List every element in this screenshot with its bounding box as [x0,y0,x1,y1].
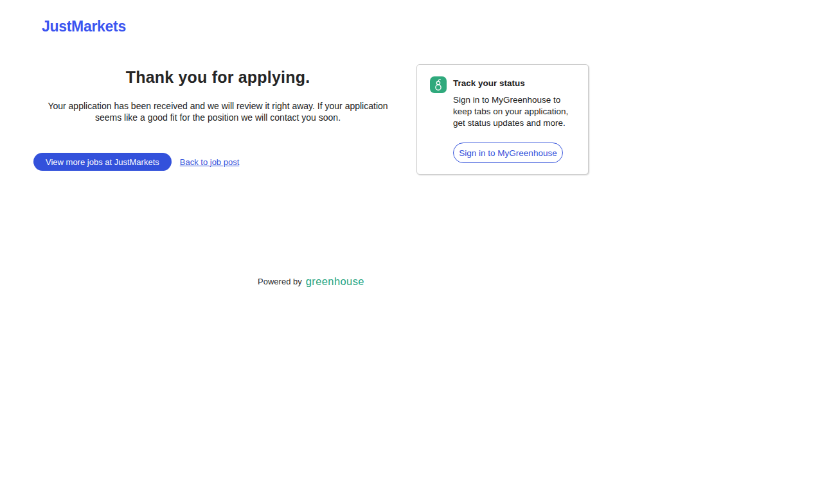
status-card-body: Track your status Sign in to MyGreenhous… [453,76,578,163]
view-more-jobs-button[interactable]: View more jobs at JustMarkets [33,153,172,171]
status-card-title: Track your status [453,76,578,88]
page-title: Thank you for applying. [33,68,402,87]
greenhouse-g-icon [430,76,447,93]
confirmation-message: Your application has been received and w… [35,100,401,123]
sign-in-mygreenhouse-button[interactable]: Sign in to MyGreenhouse [453,143,563,163]
confirmation-section: Thank you for applying. Your application… [33,64,402,171]
greenhouse-wordmark-link[interactable]: greenhouse [306,275,364,288]
footer: Powered by greenhouse [33,275,589,288]
confirmation-page: JustMarkets Thank you for applying. Your… [0,0,829,504]
back-to-job-post-link[interactable]: Back to job post [180,157,240,167]
justmarkets-logo[interactable]: JustMarkets [42,18,126,35]
status-card-description: Sign in to MyGreenhouse to keep tabs on … [453,94,578,129]
actions-row: View more jobs at JustMarkets Back to jo… [33,153,402,171]
header: JustMarkets [0,0,829,35]
powered-by-label: Powered by [258,277,302,286]
content-row: Thank you for applying. Your application… [33,64,589,175]
track-status-card: Track your status Sign in to MyGreenhous… [416,64,589,175]
